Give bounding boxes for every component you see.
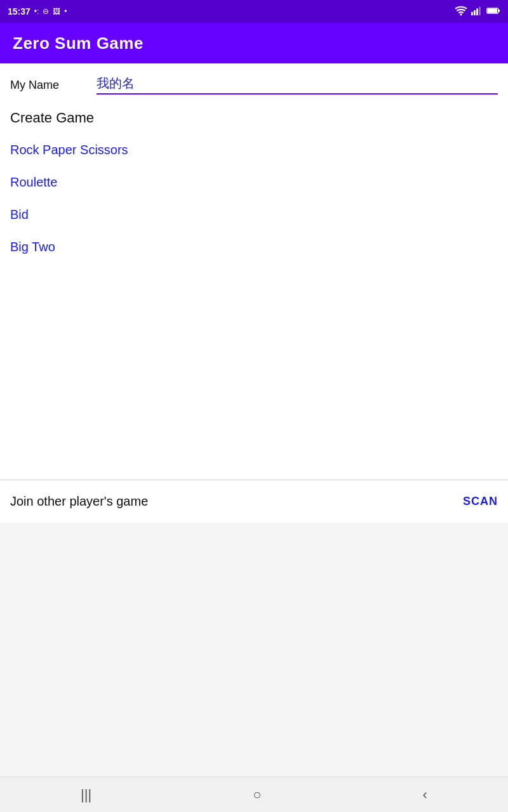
bid-link[interactable]: Bid: [10, 199, 498, 231]
back-nav-icon[interactable]: ‹: [408, 782, 443, 808]
join-section: Join other player's game SCAN: [0, 480, 508, 523]
status-bar: 15:37 •: ⊖ 🖼 •: [0, 0, 508, 23]
dot-icon: •:: [34, 7, 39, 16]
svg-rect-7: [488, 8, 497, 13]
my-name-input[interactable]: [97, 76, 498, 95]
status-bar-left: 15:37 •: ⊖ 🖼 •: [8, 6, 67, 16]
svg-point-0: [460, 13, 462, 15]
svg-rect-4: [479, 6, 481, 15]
lower-area: [0, 523, 508, 776]
svg-rect-2: [474, 10, 476, 15]
status-time: 15:37: [8, 6, 30, 16]
my-name-input-wrapper: [97, 76, 498, 95]
big-two-link[interactable]: Big Two: [10, 231, 498, 263]
app-bar: Zero Sum Game: [0, 23, 508, 63]
rock-paper-scissors-link[interactable]: Rock Paper Scissors: [10, 134, 498, 166]
image-icon: 🖼: [53, 7, 60, 16]
roulette-link[interactable]: Roulette: [10, 166, 498, 199]
menu-nav-icon[interactable]: |||: [65, 782, 107, 808]
create-game-title: Create Game: [10, 110, 498, 126]
battery-icon: [486, 6, 500, 17]
app-title: Zero Sum Game: [13, 34, 144, 53]
main-content: My Name Create Game Rock Paper Scissors …: [0, 63, 508, 523]
dot2-icon: •: [64, 7, 67, 16]
dnd-icon: ⊖: [43, 7, 49, 16]
wifi-icon: [455, 6, 467, 18]
status-bar-right: [455, 6, 500, 18]
scan-button[interactable]: SCAN: [463, 495, 498, 508]
svg-rect-3: [476, 8, 478, 15]
signal-icon: [471, 6, 483, 18]
svg-rect-6: [498, 10, 500, 11]
my-name-label: My Name: [10, 79, 86, 92]
nav-bar: ||| ○ ‹: [0, 776, 508, 812]
home-nav-icon[interactable]: ○: [237, 782, 276, 808]
create-game-section: Create Game Rock Paper Scissors Roulette…: [0, 100, 508, 263]
svg-rect-1: [471, 11, 473, 15]
content-spacer: [0, 263, 508, 480]
join-label: Join other player's game: [10, 494, 148, 509]
my-name-section: My Name: [0, 63, 508, 100]
